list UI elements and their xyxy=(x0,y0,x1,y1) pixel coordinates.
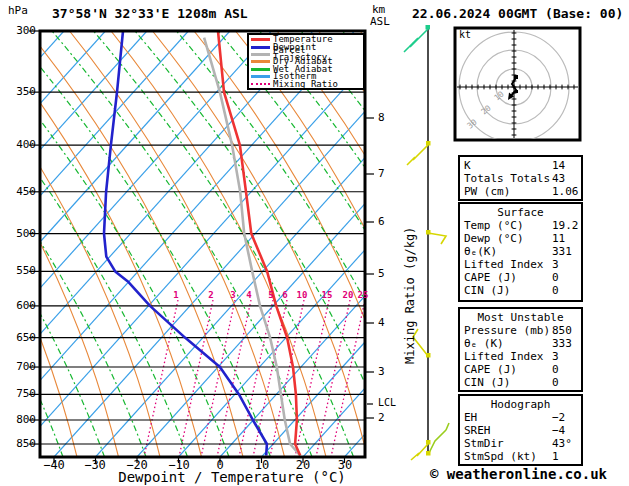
stat-row: StmSpd (kt)1 xyxy=(460,450,581,463)
stat-label: Dewp (°C) xyxy=(464,232,524,245)
temperature-tick-label: 10 xyxy=(242,459,282,472)
pressure-tick-label: 600 xyxy=(6,300,36,312)
station-title: 37°58'N 32°33'E 1208m ASL xyxy=(52,7,248,21)
mixing-ratio-tick-label: 1 xyxy=(166,290,186,300)
pressure-tick-label: 400 xyxy=(6,139,36,151)
parcel-trajectory-curve xyxy=(204,38,300,456)
hodograph-stats-panel-title: Hodograph xyxy=(460,398,581,411)
altitude-tick-label: 3 xyxy=(378,366,385,378)
stat-label: θₑ (K) xyxy=(464,337,504,350)
stat-value: 0 xyxy=(552,376,559,389)
stat-row: Dewp (°C)11 xyxy=(460,232,581,245)
stat-row: Pressure (mb)850 xyxy=(460,324,581,337)
indices-panel: K14Totals Totals43PW (cm)1.06 xyxy=(458,155,583,201)
pressure-tick-label: 700 xyxy=(6,361,36,373)
legend-swatch-wet-adiabat xyxy=(251,68,270,71)
altitude-tick-label: 2 xyxy=(378,412,385,424)
stat-value: 43° xyxy=(552,437,572,450)
pressure-tick-label: 800 xyxy=(6,414,36,426)
pressure-tick-label: 450 xyxy=(6,186,36,198)
stat-row: CAPE (J)0 xyxy=(460,363,581,376)
stat-value: 43 xyxy=(552,172,565,185)
stat-label: Lifted Index xyxy=(464,350,543,363)
stat-label: StmSpd (kt) xyxy=(464,450,537,463)
most-unstable-panel-title: Most Unstable xyxy=(460,311,581,324)
stat-value: 850 xyxy=(552,324,572,337)
hodograph-stats-panel: Hodograph EH−2SREH−4StmDir43°StmSpd (kt)… xyxy=(458,394,583,466)
mixing-ratio-tick-label: 4 xyxy=(239,290,259,300)
temperature-tick-label: 0 xyxy=(200,459,240,472)
mixing-ratio-tick-label: 10 xyxy=(292,290,312,300)
temperature-tick-label: −40 xyxy=(34,459,74,472)
stat-label: Lifted Index xyxy=(464,258,543,271)
altitude-tick-label: 8 xyxy=(378,112,385,124)
temperature-tick-label: −10 xyxy=(159,459,199,472)
stat-row: PW (cm)1.06 xyxy=(460,185,581,198)
mixing-ratio-tick-label: 15 xyxy=(317,290,337,300)
stat-value: 1.06 xyxy=(552,185,579,198)
pressure-tick-label: 850 xyxy=(6,438,36,450)
wind-barb xyxy=(426,230,446,244)
wind-barb-top xyxy=(404,25,430,52)
datetime-title: 22.06.2024 00GMT (Base: 00) xyxy=(412,7,623,21)
altitude-axis-unit-asl: ASL xyxy=(370,16,390,28)
pressure-tick-label: 550 xyxy=(6,265,36,277)
stat-value: 11 xyxy=(552,232,565,245)
hodograph-unit-label: kt xyxy=(459,30,471,41)
mixing-ratio-axis-title: Mixing Ratio (g/kg) xyxy=(404,215,417,375)
stat-value: 0 xyxy=(552,363,559,376)
sounding-curves xyxy=(104,31,300,456)
pressure-axis-unit: hPa xyxy=(8,5,28,17)
stat-value: 331 xyxy=(552,245,572,258)
mixing-ratio-tick-label: 25 xyxy=(353,290,373,300)
stat-row: StmDir43° xyxy=(460,437,581,450)
surface-panel: Surface Temp (°C)19.2Dewp (°C)11θₑ(K)331… xyxy=(458,202,583,302)
legend-swatch-mixing-ratio xyxy=(251,83,270,85)
legend-item: Mixing Ratio xyxy=(249,80,363,87)
stat-value: 14 xyxy=(552,159,565,172)
stat-label: CIN (J) xyxy=(464,376,510,389)
legend-swatch-dry-adiabat xyxy=(251,60,270,63)
stat-label: EH xyxy=(464,411,477,424)
surface-panel-title: Surface xyxy=(460,206,581,219)
stat-value: −2 xyxy=(552,411,565,424)
pressure-tick-label: 650 xyxy=(6,332,36,344)
mixing-ratio-tick-label: 2 xyxy=(201,290,221,300)
hodograph: 102030 xyxy=(455,28,580,142)
temperature-tick-label: 20 xyxy=(283,459,323,472)
legend-swatch-isotherm xyxy=(251,75,270,78)
stat-label: Totals Totals xyxy=(464,172,550,185)
stat-value: 333 xyxy=(552,337,572,350)
wind-barb xyxy=(429,423,449,453)
stat-row: Lifted Index3 xyxy=(460,350,581,363)
stat-value: 3 xyxy=(552,258,559,271)
stat-value: 19.2 xyxy=(552,219,579,232)
pressure-tick-label: 300 xyxy=(6,25,36,37)
pressure-tick-label: 350 xyxy=(6,86,36,98)
stat-row: EH−2 xyxy=(460,411,581,424)
stat-label: SREH xyxy=(464,424,491,437)
stat-row: CAPE (J)0 xyxy=(460,271,581,284)
stat-row: Lifted Index3 xyxy=(460,258,581,271)
stat-label: CIN (J) xyxy=(464,284,510,297)
stat-row: θₑ (K)333 xyxy=(460,337,581,350)
stat-value: −4 xyxy=(552,424,565,437)
legend: TemperatureDewpointParcel TrajectoryDry … xyxy=(247,33,365,90)
altitude-tick-label: 6 xyxy=(378,216,385,228)
stat-value: 0 xyxy=(552,284,559,297)
altitude-tick-label: 5 xyxy=(378,268,385,280)
stat-label: StmDir xyxy=(464,437,504,450)
sounding-page: 102030 hPa 37°58'N 32°33'E 1208m ASL km … xyxy=(0,0,629,486)
stat-row: Temp (°C)19.2 xyxy=(460,219,581,232)
temperature-tick-label: 30 xyxy=(325,459,365,472)
altitude-tick-label: 4 xyxy=(378,317,385,329)
legend-label: Mixing Ratio xyxy=(273,81,338,88)
stat-row: CIN (J)0 xyxy=(460,284,581,297)
stat-value: 3 xyxy=(552,350,559,363)
stat-label: Temp (°C) xyxy=(464,219,524,232)
stat-label: θₑ(K) xyxy=(464,245,497,258)
stat-label: CAPE (J) xyxy=(464,271,517,284)
stat-row: CIN (J)0 xyxy=(460,376,581,389)
stat-label: Pressure (mb) xyxy=(464,324,550,337)
stat-value: 0 xyxy=(552,271,559,284)
